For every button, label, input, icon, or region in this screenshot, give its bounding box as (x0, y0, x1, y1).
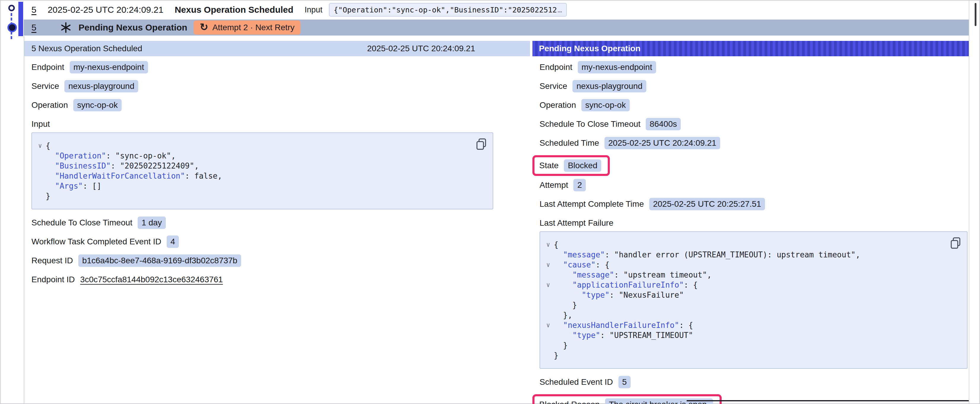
code-gutter (34, 181, 46, 191)
code-gutter (34, 151, 46, 161)
scheduled-time-label: Scheduled Time (539, 138, 599, 148)
event-row-pending[interactable]: 5 Pending Nexus Operation ↻ Attempt 2 · … (24, 19, 969, 36)
endpoint-id-link[interactable]: 3c0c75ccfa8144b092c13ce632463761 (80, 275, 223, 284)
field-service: Service nexus-playground (32, 79, 530, 93)
code-gutter (542, 350, 554, 360)
code-gutter (34, 191, 46, 201)
code-line-text: "type": "UPSTREAM_TIMEOUT" (554, 330, 693, 340)
field-last-attempt-failure-label-row: Last Attempt Failure (539, 216, 969, 230)
endpoint-value-badge: my-nexus-endpoint (70, 61, 148, 73)
scheduled-event-id-value-badge: 5 (619, 376, 631, 388)
code-line-text: } (554, 350, 558, 360)
copy-input-button[interactable] (476, 138, 487, 150)
wtce-value-badge: 4 (167, 236, 179, 248)
code-line-text: "nexusHandlerFailureInfo": { (554, 320, 693, 330)
truncation-ellipsis: … (558, 6, 562, 14)
lact-value-badge: 2025-02-25 UTC 20:25:27.51 (649, 198, 765, 210)
vertical-scrollbar[interactable] (969, 1, 979, 403)
scheduled-panel-timestamp: 2025-02-25 UTC 20:24:09.21 (367, 44, 475, 53)
code-line-text: "BusinessID": "20250225122409", (46, 161, 199, 171)
selected-event-indicator-bar (18, 2, 23, 36)
copy-failure-button[interactable] (950, 237, 961, 249)
blocked-reason-annotation-highlight: Blocked Reason The circuit breaker is op… (532, 394, 722, 404)
scheduled-panel-title: 5 Nexus Operation Scheduled (32, 44, 142, 53)
event-history-view: 5 2025-02-25 UTC 20:24:09.21 Nexus Opera… (0, 0, 980, 404)
code-line-text: "Operation": "sync-op-ok", (46, 151, 176, 161)
pending-operation-panel: Pending Nexus Operation Endpoint my-nexu… (532, 36, 969, 403)
collapse-chevron-icon[interactable]: ∨ (542, 280, 554, 290)
code-gutter (542, 310, 554, 320)
input-preview-chip[interactable]: {"Operation":"sync-op-ok","BusinessID":"… (329, 3, 567, 17)
field-input-label-row: Input (32, 117, 530, 131)
code-gutter (542, 300, 554, 310)
scheduled-event-panel: 5 Nexus Operation Scheduled 2025-02-25 U… (24, 36, 530, 403)
event-pending-dot-icon (7, 23, 17, 32)
event-row-scheduled[interactable]: 5 2025-02-25 UTC 20:24:09.21 Nexus Opera… (24, 2, 969, 18)
scheduled-event-id-label: Scheduled Event ID (539, 377, 613, 387)
code-line-text: { (554, 239, 558, 250)
service-value-badge: nexus-playground (64, 80, 138, 92)
schedule-to-close-label: Schedule To Close Timeout (539, 119, 640, 129)
schedule-to-close-label: Schedule To Close Timeout (32, 218, 132, 228)
request-id-value-badge: b1c6a4bc-8ee7-468a-9169-df3b02c8737b (78, 254, 241, 267)
field-scheduled-event-id: Scheduled Event ID 5 (539, 375, 969, 388)
input-section-label: Input (32, 119, 50, 129)
scheduled-panel-header: 5 Nexus Operation Scheduled 2025-02-25 U… (24, 41, 530, 56)
code-line-text: "message": "handler error (UPSTREAM_TIME… (554, 250, 860, 260)
field-workflow-task-completed-event-id: Workflow Task Completed Event ID 4 (32, 235, 530, 248)
field-endpoint: Endpoint my-nexus-endpoint (539, 60, 969, 74)
field-blocked-reason: Blocked Reason The circuit breaker is op… (539, 394, 969, 404)
request-id-label: Request ID (32, 256, 73, 265)
state-annotation-highlight: State Blocked (532, 155, 610, 176)
retry-refresh-icon: ↻ (200, 22, 208, 32)
failure-json-block: ∨{ "message": "handler error (UPSTREAM_T… (539, 231, 967, 369)
event-title: Nexus Operation Scheduled (175, 5, 293, 15)
code-line-text: } (46, 191, 51, 201)
field-last-attempt-complete-time: Last Attempt Complete Time 2025-02-25 UT… (539, 197, 969, 211)
event-id-link[interactable]: 5 (32, 5, 37, 15)
pending-panel-header: Pending Nexus Operation (532, 41, 969, 56)
state-value-badge: Blocked (564, 159, 601, 172)
event-detail-area: 5 Nexus Operation Scheduled 2025-02-25 U… (24, 36, 969, 403)
blocked-reason-label: Blocked Reason (539, 400, 600, 404)
input-preview-text: {"Operation":"sync-op-ok","BusinessID":"… (334, 6, 557, 14)
code-gutter (542, 250, 554, 260)
endpoint-value-badge: my-nexus-endpoint (578, 61, 656, 73)
code-line-text: }, (554, 310, 573, 320)
code-line-text: "type": "NexusFailure" (554, 290, 684, 300)
pending-event-title: Pending Nexus Operation (79, 22, 188, 33)
code-line-text: "cause": { (554, 260, 609, 270)
event-timestamp: 2025-02-25 UTC 20:24:09.21 (48, 5, 164, 15)
code-gutter (542, 290, 554, 300)
collapse-chevron-icon[interactable]: ∨ (542, 239, 554, 250)
field-state: State Blocked (539, 155, 969, 176)
operation-value-badge: sync-op-ok (73, 99, 122, 111)
field-endpoint-id: Endpoint ID 3c0c75ccfa8144b092c13ce63246… (32, 273, 530, 286)
timeline-gutter (1, 1, 24, 403)
event-open-circle-icon (8, 5, 15, 11)
code-line-text: "message": "upstream timeout", (554, 270, 711, 280)
collapse-chevron-icon[interactable]: ∨ (34, 141, 46, 151)
field-endpoint: Endpoint my-nexus-endpoint (32, 60, 530, 74)
code-line-text: "applicationFailureInfo": { (554, 280, 698, 290)
endpoint-label: Endpoint (32, 62, 64, 72)
collapse-chevron-icon[interactable]: ∨ (542, 320, 554, 330)
pending-event-id-link[interactable]: 5 (32, 22, 37, 33)
field-request-id: Request ID b1c6a4bc-8ee7-468a-9169-df3b0… (32, 254, 530, 267)
attempt-retry-badge: ↻ Attempt 2 · Next Retry (194, 21, 300, 35)
code-line-text: "Args": [] (46, 181, 102, 191)
code-gutter (34, 161, 46, 171)
pending-panel-title: Pending Nexus Operation (539, 44, 640, 53)
schedule-to-close-value-badge: 1 day (138, 217, 166, 229)
field-attempt: Attempt 2 (539, 178, 969, 192)
field-operation: Operation sync-op-ok (32, 98, 530, 112)
code-gutter (542, 340, 554, 350)
scrollbar-thumb[interactable] (975, 3, 977, 26)
pending-asterisk-icon (60, 22, 72, 33)
field-schedule-to-close: Schedule To Close Timeout 86400s (539, 117, 969, 131)
input-label: Input (305, 5, 322, 14)
operation-label: Operation (539, 100, 576, 110)
scheduled-time-value-badge: 2025-02-25 UTC 20:24:09.21 (605, 137, 720, 149)
attempt-label: Attempt (539, 181, 568, 190)
collapse-chevron-icon[interactable]: ∨ (542, 260, 554, 270)
